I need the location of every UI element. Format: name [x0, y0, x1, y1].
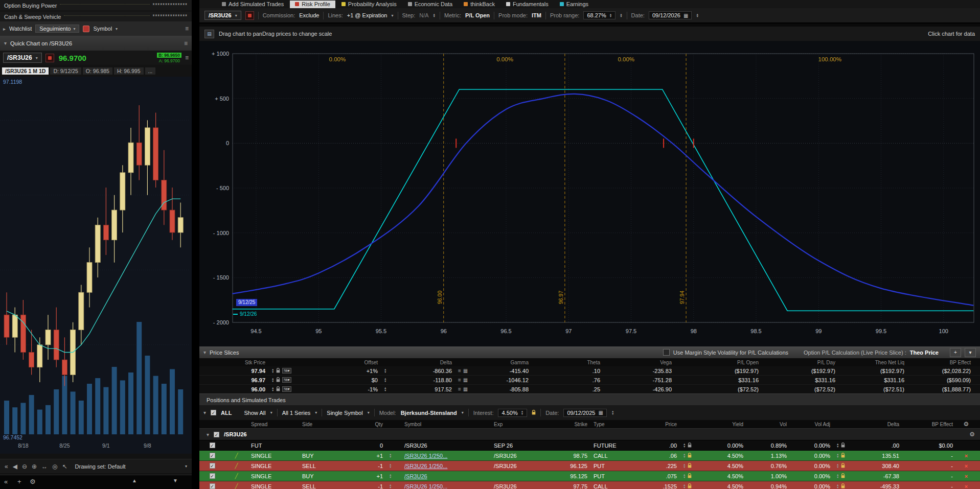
margin-volatility-checkbox[interactable]	[663, 349, 670, 356]
add-gadget-icon[interactable]: +	[17, 478, 21, 485]
prob-range-stepper[interactable]: ▲▼	[620, 13, 622, 18]
date-field[interactable]: 09/12/2026 ▦	[649, 11, 692, 19]
tab-fundamentals[interactable]: Fundamentals	[501, 1, 554, 8]
tab-thinkback[interactable]: thinkBack	[459, 1, 500, 8]
series-dropdown[interactable]: All 1 Series	[282, 410, 311, 416]
tab-earnings[interactable]: Earnings	[555, 1, 594, 8]
positions-date-field[interactable]: 09/12/2025 ▦	[563, 409, 607, 417]
remove-leg-button[interactable]: ×	[956, 483, 976, 489]
price-value[interactable]: .075	[634, 473, 680, 479]
cursor-icon[interactable]: ↖	[62, 463, 67, 470]
menu-icon[interactable]: ≡	[458, 368, 461, 374]
row-checkbox[interactable]: ✓	[210, 443, 215, 448]
calendar-icon[interactable]: ▦	[598, 410, 603, 415]
skip-back-icon[interactable]: «	[5, 463, 8, 470]
interest-field[interactable]: 4.50% ▲▼	[498, 409, 527, 417]
vol-adj-value[interactable]: 0.00%	[790, 463, 833, 469]
vol-adj-value[interactable]: 0.00%	[790, 443, 833, 449]
symbol-mode-dropdown[interactable]: Single Symbol	[327, 410, 362, 416]
collapse-all-icon[interactable]: «	[4, 478, 8, 485]
tab-add-simulated-trades[interactable]: Add Simulated Trades	[217, 1, 289, 8]
spinner[interactable]: ▲▼	[389, 484, 392, 488]
symbol-link[interactable]: /SR3U26	[401, 473, 491, 479]
panel-divider[interactable]	[192, 0, 199, 489]
remove-leg-button[interactable]: ×	[956, 453, 976, 459]
alert-button[interactable]	[245, 11, 254, 20]
collapse-arrow-icon[interactable]: ▾	[4, 40, 7, 46]
zoom-in-icon[interactable]: ⊕	[32, 463, 37, 470]
percent-mode-button[interactable]: %▾	[282, 377, 291, 383]
collapse-arrow-icon[interactable]: ▾	[203, 350, 206, 355]
menu-icon[interactable]: ≡	[458, 377, 461, 383]
qty-value[interactable]: +1	[340, 453, 386, 459]
spinner[interactable]: ▲▼	[271, 368, 274, 373]
price-value[interactable]: .06	[634, 453, 680, 459]
symbol-group-row[interactable]: ▾✓/SR3U26⚙	[199, 428, 980, 440]
tab-probability-analysis[interactable]: Probability Analysis	[336, 1, 402, 8]
alert-icon[interactable]	[83, 26, 89, 32]
chart-icon[interactable]: ▤	[204, 30, 214, 38]
menu-icon[interactable]: ≡	[185, 25, 189, 32]
prob-mode-value[interactable]: ITM	[532, 12, 541, 18]
lines-value[interactable]: +1 @ Expiration	[347, 12, 388, 18]
symbol-link[interactable]: /SR3U26 1/250...	[401, 463, 491, 469]
step-spinner[interactable]: ▲▼	[433, 13, 436, 18]
menu-icon[interactable]: ≡	[184, 40, 188, 47]
percent-mode-button[interactable]: %▾	[282, 368, 291, 374]
risk-profile-chart[interactable]: + 1000+ 5000- 500- 1000- 1500- 200094.59…	[199, 41, 980, 346]
prob-range-spinner[interactable]: ▲▼	[609, 13, 612, 18]
spinner[interactable]: ▲▼	[384, 368, 386, 373]
tab-risk-profile[interactable]: Risk Profile	[290, 1, 335, 8]
lock-icon[interactable]	[276, 377, 280, 383]
group-checkbox[interactable]: ✓	[214, 432, 219, 437]
symbol-dropdown[interactable]: /SR3U26 ▾	[204, 11, 241, 20]
grid-icon[interactable]: ▦	[463, 386, 468, 392]
alert-button[interactable]	[45, 54, 54, 62]
option-pl-calc-value[interactable]: Theo Price	[910, 350, 939, 356]
metric-value[interactable]: P/L Open	[465, 12, 490, 18]
symbol-link[interactable]: /SR3U26 1/250...	[401, 453, 491, 459]
scroll-down-icon[interactable]: ▼	[173, 478, 178, 483]
vol-adj-value[interactable]: 0.00%	[790, 483, 833, 489]
add-slice-button[interactable]: +	[950, 348, 961, 357]
positions-section-header[interactable]: Positions and Simulated Trades	[199, 393, 980, 406]
date-spinner[interactable]: ▲▼	[696, 13, 698, 18]
gear-icon[interactable]: ⚙	[30, 478, 36, 485]
symbol-link[interactable]: /SR3U26 1/250...	[401, 483, 491, 489]
spinner[interactable]: ▲▼	[384, 387, 386, 391]
fit-width-icon[interactable]: ↔	[41, 463, 48, 470]
lock-icon[interactable]	[841, 443, 845, 449]
model-value[interactable]: Bjerksund-Stensland	[401, 410, 457, 416]
spinner[interactable]: ▲▼	[389, 474, 392, 478]
spinner[interactable]: ▲▼	[836, 463, 839, 468]
price-value[interactable]: .225	[634, 463, 680, 469]
calendar-icon[interactable]: ▦	[683, 13, 688, 18]
zoom-out-icon[interactable]: ⊖	[22, 463, 27, 470]
vol-adj-value[interactable]: 0.00%	[790, 473, 833, 479]
remove-leg-button[interactable]: ×	[956, 473, 976, 479]
gear-icon[interactable]: ⚙	[956, 421, 976, 428]
remove-leg-button[interactable]: ×	[956, 463, 976, 469]
pan-left-icon[interactable]: ◀	[13, 463, 17, 470]
spinner[interactable]: ▲▼	[389, 463, 392, 468]
expand-arrow-icon[interactable]: ▸	[3, 26, 6, 32]
collapse-arrow-icon[interactable]: ▾	[207, 432, 209, 437]
prob-range-field[interactable]: 68.27% ▲▼	[583, 11, 616, 19]
spinner[interactable]: ▲▼	[683, 453, 686, 458]
menu-icon[interactable]: ≡	[185, 54, 189, 61]
lock-icon[interactable]	[276, 368, 280, 374]
spinner[interactable]: ▲▼	[836, 484, 839, 488]
timeframe-chip[interactable]: /SR3U26 1 M 1D	[2, 67, 49, 75]
interest-spinner[interactable]: ▲▼	[521, 410, 523, 415]
spinner[interactable]: ▲▼	[683, 463, 686, 468]
lock-icon[interactable]	[688, 483, 692, 489]
price-value[interactable]: .1525	[634, 483, 680, 489]
lock-icon[interactable]	[532, 410, 536, 416]
crosshair-icon[interactable]: ◎	[52, 463, 57, 470]
watchlist-selector[interactable]: Seguimiento ▾	[35, 25, 79, 33]
spinner[interactable]: ▲▼	[836, 443, 839, 448]
quick-chart-canvas[interactable]: 97.1198 96.7452 8/188/259/19/8	[0, 77, 192, 454]
row-checkbox[interactable]: ✓	[210, 483, 215, 489]
lock-icon[interactable]	[688, 473, 692, 479]
percent-mode-button[interactable]: %▾	[282, 386, 291, 392]
